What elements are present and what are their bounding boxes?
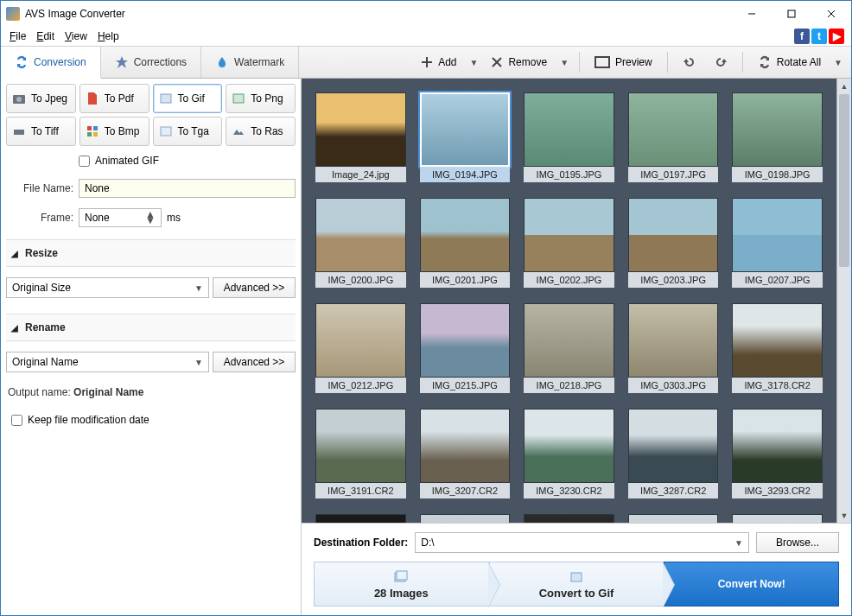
thumbnail-image — [315, 514, 406, 523]
format-tga[interactable]: To Tga — [153, 117, 223, 146]
plus-icon — [421, 56, 433, 68]
thumbnail[interactable]: IMG_3230.CR2 — [524, 409, 614, 499]
resize-combo[interactable]: Original Size▼ — [6, 277, 209, 298]
thumbnail[interactable]: IMG_3178.CR2 — [732, 303, 823, 393]
thumbnail-caption: IMG_3293.CR2 — [732, 483, 823, 499]
svg-rect-8 — [161, 94, 171, 103]
thumbnail-image — [628, 514, 719, 523]
format-tiff[interactable]: To Tiff — [6, 117, 76, 146]
filename-input[interactable] — [79, 179, 296, 198]
filename-label: File Name: — [6, 182, 73, 194]
thumbnail[interactable]: IMG_0197.JPG — [628, 92, 719, 182]
thumbnail[interactable]: IMG_3287.CR2 — [628, 409, 719, 499]
tab-watermark[interactable]: Watermark — [201, 47, 299, 78]
close-button[interactable] — [811, 1, 851, 27]
rename-advanced-button[interactable]: Advanced >> — [213, 352, 296, 372]
rotate-right-button[interactable] — [706, 51, 735, 73]
scrollbar[interactable]: ▲ ▼ — [836, 79, 851, 523]
animated-gif-checkbox[interactable] — [79, 156, 90, 167]
maximize-button[interactable] — [772, 1, 811, 27]
tab-conversion[interactable]: Conversion — [1, 47, 101, 79]
thumbnail[interactable]: IMG_0194.JPG — [420, 92, 511, 182]
add-dropdown[interactable]: ▼ — [467, 58, 482, 67]
thumbnail-image — [732, 409, 823, 483]
tab-corrections[interactable]: Corrections — [101, 47, 201, 78]
thumbnail[interactable]: IMG_0207.JPG — [732, 198, 823, 288]
dest-label: Destination Folder: — [314, 537, 408, 549]
resize-advanced-button[interactable]: Advanced >> — [213, 277, 296, 298]
format-png[interactable]: To Png — [226, 84, 296, 113]
tab-corrections-label: Corrections — [134, 56, 187, 68]
separator — [667, 52, 668, 73]
scroll-handle[interactable] — [839, 94, 849, 267]
menu-edit[interactable]: Edit — [31, 29, 60, 44]
remove-label: Remove — [508, 56, 547, 68]
thumbnail-image — [420, 92, 511, 167]
format-pdf[interactable]: To Pdf — [79, 84, 149, 113]
add-button[interactable]: Add — [413, 52, 464, 73]
remove-dropdown[interactable]: ▼ — [556, 58, 572, 67]
thumbnail[interactable] — [315, 514, 406, 523]
thumbnail-image — [524, 514, 614, 523]
thumbnail[interactable]: IMG_0198.JPG — [732, 92, 823, 182]
dest-combo[interactable]: D:\▼ — [415, 532, 749, 553]
frame-spinner[interactable]: None ▲▼ — [79, 208, 162, 227]
format-jpeg[interactable]: To Jpeg — [6, 84, 76, 113]
thumbnail[interactable] — [524, 514, 614, 523]
scroll-up[interactable]: ▲ — [837, 79, 851, 93]
rotate-all-button[interactable]: Rotate All — [750, 51, 829, 73]
rename-header[interactable]: ◢ Rename — [6, 314, 296, 341]
facebook-icon[interactable]: f — [794, 29, 810, 44]
preview-button[interactable]: Preview — [587, 52, 660, 73]
minimize-button[interactable] — [732, 1, 772, 27]
separator — [579, 52, 580, 73]
thumbnail-caption: IMG_0212.JPG — [315, 378, 406, 393]
thumbnail-image — [732, 92, 823, 167]
thumbnail-image — [315, 198, 406, 272]
thumbnail[interactable]: IMG_0195.JPG — [524, 92, 614, 182]
frame-label: Frame: — [6, 212, 73, 224]
thumbnail[interactable] — [628, 514, 719, 523]
menu-view[interactable]: View — [60, 29, 92, 44]
svg-rect-13 — [87, 132, 92, 137]
convert-now-button[interactable]: Convert Now! — [664, 562, 839, 606]
thumbnail[interactable]: IMG_0200.JPG — [315, 198, 406, 288]
format-ras[interactable]: To Ras — [226, 117, 296, 146]
thumbnail[interactable]: IMG_0215.JPG — [420, 303, 511, 393]
menu-help[interactable]: Help — [92, 29, 124, 44]
conversion-icon — [15, 55, 29, 69]
thumbnail[interactable]: IMG_0202.JPG — [524, 198, 614, 288]
rename-combo[interactable]: Original Name▼ — [6, 352, 209, 372]
format-bmp[interactable]: To Bmp — [79, 117, 149, 146]
resize-header[interactable]: ◢ Resize — [6, 239, 296, 267]
thumbnail[interactable]: Image_24.jpg — [315, 92, 406, 182]
svg-rect-12 — [93, 126, 98, 130]
watermark-icon — [215, 55, 229, 69]
menu-file[interactable]: File — [4, 29, 31, 44]
thumbnail[interactable]: IMG_0212.JPG — [315, 303, 406, 393]
format-gif[interactable]: To Gif — [153, 84, 223, 113]
thumbnail[interactable] — [732, 514, 823, 523]
bottom-panel: Destination Folder: D:\▼ Browse... 28 Im… — [302, 523, 851, 615]
thumbnail[interactable]: IMG_0201.JPG — [420, 198, 511, 288]
scroll-down[interactable]: ▼ — [837, 508, 851, 523]
printer-icon — [12, 124, 26, 138]
twitter-icon[interactable]: t — [811, 29, 827, 44]
browse-button[interactable]: Browse... — [756, 532, 839, 553]
keep-date-checkbox[interactable] — [11, 415, 22, 426]
thumbnail[interactable]: IMG_0218.JPG — [524, 303, 614, 393]
youtube-icon[interactable]: ▶ — [829, 29, 844, 44]
rotate-all-dropdown[interactable]: ▼ — [830, 58, 846, 67]
thumbnail[interactable]: IMG_0203.JPG — [628, 198, 719, 288]
thumbnail[interactable] — [420, 514, 511, 523]
remove-button[interactable]: Remove — [483, 52, 555, 73]
thumbnail[interactable]: IMG_3207.CR2 — [420, 409, 511, 499]
pdf-icon — [86, 92, 99, 105]
rotate-left-button[interactable] — [675, 51, 704, 73]
thumbnail[interactable]: IMG_3293.CR2 — [732, 409, 823, 499]
tga-icon — [159, 124, 173, 138]
titlebar: AVS Image Converter — [1, 1, 851, 27]
thumbnail[interactable]: IMG_0303.JPG — [628, 303, 719, 393]
animated-gif-label: Animated GIF — [95, 155, 159, 167]
thumbnail[interactable]: IMG_3191.CR2 — [315, 409, 406, 499]
